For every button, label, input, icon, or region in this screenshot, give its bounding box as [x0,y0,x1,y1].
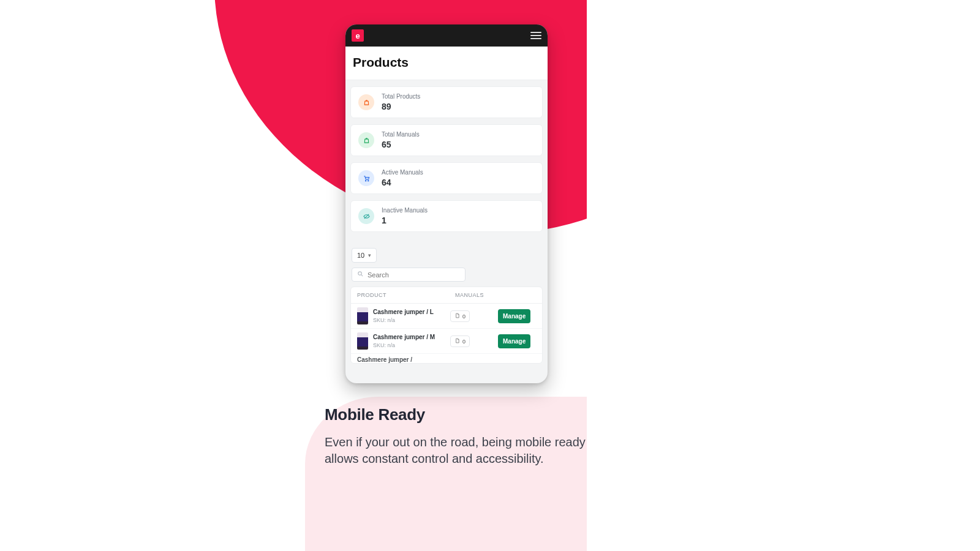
table-row-partial: Cashmere jumper / [351,354,542,363]
page-content: Total Products 89 Total Manuals 65 Activ… [345,80,548,364]
stat-card-total-manuals: Total Manuals 65 [350,124,543,156]
stat-label: Inactive Manuals [382,207,428,214]
stat-value: 64 [382,178,423,187]
product-sku: SKU: n/a [373,317,445,323]
product-name: Cashmere jumper / M [373,334,445,341]
svg-point-1 [368,180,368,181]
manage-button[interactable]: Manage [498,309,530,323]
cart-icon [358,170,374,186]
svg-point-0 [365,180,366,181]
column-header-product: PRODUCT [357,292,455,298]
marketing-copy: Mobile Ready Even if your out on the roa… [325,405,588,467]
chevron-down-icon: ▾ [368,252,371,258]
eye-off-icon [358,208,374,224]
manual-count: 0 [462,339,466,345]
table-row: Cashmere jumper / L SKU: n/a 0 Manage [351,304,542,329]
table-controls: 10 ▾ [350,248,543,282]
product-name: Cashmere jumper / L [373,309,445,316]
page-size-value: 10 [357,252,364,259]
product-thumbnail [357,332,368,350]
search-input-wrapper[interactable] [352,268,466,282]
stat-value: 65 [382,140,420,149]
hamburger-menu-icon[interactable] [530,32,541,39]
svg-point-2 [358,272,362,276]
bag-icon [358,132,374,148]
document-icon [454,338,460,345]
search-icon [357,271,364,279]
product-thumbnail [357,307,368,324]
page-size-select[interactable]: 10 ▾ [352,248,377,263]
app-topbar: e [345,24,548,47]
bag-icon [358,94,374,110]
stat-value: 89 [382,102,420,111]
white-cover-right [587,0,980,551]
stat-label: Active Manuals [382,169,423,176]
marketing-body: Even if your out on the road, being mobi… [325,434,588,467]
marketing-heading: Mobile Ready [325,405,588,424]
manual-count-badge: 0 [450,335,470,347]
manual-count-badge: 0 [450,310,470,322]
stat-card-active-manuals: Active Manuals 64 [350,162,543,194]
stat-card-inactive-manuals: Inactive Manuals 1 [350,200,543,232]
mobile-device-frame: e Products Total Products 89 Total Manua… [345,24,548,383]
table-row: Cashmere jumper / M SKU: n/a 0 Manage [351,329,542,354]
manage-button[interactable]: Manage [498,334,530,348]
stat-card-total-products: Total Products 89 [350,86,543,118]
page-title: Products [353,55,540,70]
stat-label: Total Products [382,93,420,100]
column-header-manuals: MANUALS [455,292,498,298]
product-sku: SKU: n/a [373,342,445,348]
stat-value: 1 [382,216,428,225]
stat-label: Total Manuals [382,131,420,138]
table-header: PRODUCT MANUALS [351,287,542,304]
manual-count: 0 [462,313,466,320]
document-icon [454,313,460,320]
product-name: Cashmere jumper / [357,356,536,363]
page-header: Products [345,47,548,80]
products-table: PRODUCT MANUALS Cashmere jumper / L SKU:… [350,287,543,364]
app-logo[interactable]: e [352,29,364,42]
search-input[interactable] [368,271,460,279]
